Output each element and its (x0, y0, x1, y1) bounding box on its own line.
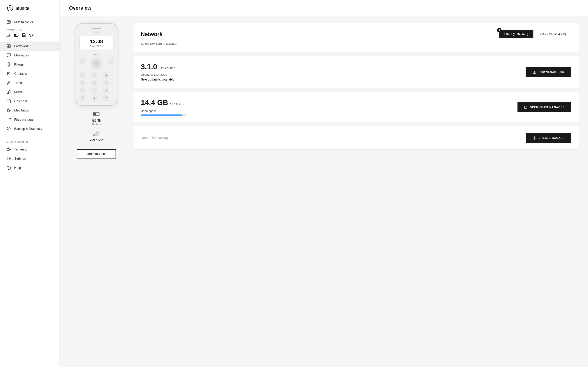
disconnect-button[interactable]: DISCONNECT (77, 149, 116, 159)
music-label: Music (14, 90, 23, 94)
signal-icon (89, 131, 104, 137)
sim-selector-wrap: i SIM 1 (12345678) SIM 2 (7001234523) (499, 30, 571, 38)
phone-nav-row (79, 58, 113, 69)
mudita-logo-icon (6, 5, 14, 12)
wifi-status-icon (29, 33, 34, 38)
svg-rect-10 (7, 36, 7, 37)
svg-rect-21 (7, 46, 9, 48)
backup-row: Create first backup CREATE BACKUP (141, 133, 571, 143)
open-files-manager-button[interactable]: OPEN FILES MANAGER (518, 102, 571, 112)
backup-label: Create first backup (141, 136, 168, 140)
phone-key-hash: # (103, 95, 109, 101)
sim2-button[interactable]: SIM 2 (7001234523) (533, 30, 571, 38)
battery-status-icon (14, 34, 19, 38)
sidebar-item-messages[interactable]: Messages (0, 51, 60, 60)
messages-icon (6, 53, 11, 58)
overview-content: 12:08 Friday, 23 Feb MENU 1 2 3 4 5 (60, 16, 588, 367)
storage-used-gb: 14.4 GB (141, 98, 168, 107)
news-icon (6, 20, 11, 24)
sidebar-divider (0, 136, 60, 136)
svg-rect-54 (96, 132, 97, 136)
os-update-available: New update is available (141, 78, 526, 81)
phone-key-star: * (79, 95, 86, 101)
sidebar-item-settings[interactable]: Settings (0, 154, 60, 163)
page-header: Overview (60, 0, 588, 16)
sidebar-item-tethering[interactable]: Tethering (0, 145, 60, 154)
phone-right-btn (108, 58, 113, 64)
download-now-button[interactable]: DOWNLOAD NOW (526, 67, 571, 77)
svg-point-18 (31, 37, 32, 37)
sim1-button[interactable]: SIM 1 (12345678) (499, 30, 533, 38)
help-label: Help (14, 166, 21, 169)
os-info: 3.1.0 OS version Updated: 1/14/2020 New … (141, 63, 526, 81)
backup-panel: Create first backup CREATE BACKUP (133, 126, 579, 150)
news-label: Mudita News (14, 20, 33, 24)
battery-percentage: 50 % (92, 119, 101, 123)
svg-rect-33 (7, 100, 10, 103)
sidebar-item-calendar[interactable]: Calendar (0, 97, 60, 106)
settings-label: Settings (14, 157, 26, 160)
signal-info: Y-Mobile (89, 131, 104, 142)
network-panel: Network i SIM 1 (12345678) SIM 2 (700123… (133, 23, 579, 52)
svg-point-25 (8, 72, 9, 74)
storage-label: Used space (141, 109, 518, 113)
svg-rect-50 (93, 113, 96, 115)
meditation-icon (6, 108, 11, 113)
network-title: Network (141, 31, 163, 37)
svg-line-27 (7, 81, 10, 84)
phone-key-0: 0 (91, 95, 98, 101)
phone-center-dpad (91, 58, 102, 69)
svg-point-48 (9, 168, 9, 169)
sidebar-item-meditation[interactable]: Meditation (0, 106, 60, 115)
create-backup-button[interactable]: CREATE BACKUP (526, 133, 571, 143)
svg-point-1 (9, 7, 11, 9)
sidebar-item-contacts[interactable]: Contacts (0, 69, 60, 78)
phone-key-1: 1 (79, 72, 86, 78)
svg-rect-53 (95, 133, 96, 136)
tethering-icon (6, 147, 11, 152)
storage-panel: 14.4 GB / 16.0 GB Used space OPEN FILES … (133, 92, 579, 122)
sidebar-item-backup-recovery[interactable]: Backup & Recovery (0, 124, 60, 133)
files-label: Files manager (14, 118, 35, 121)
sidebar-item-tools[interactable]: Tools (0, 78, 60, 87)
phone-key-4: 4 (79, 80, 86, 86)
svg-rect-17 (23, 35, 25, 36)
svg-rect-20 (9, 44, 10, 46)
os-version-label: OS version (159, 66, 175, 70)
svg-point-46 (8, 158, 9, 159)
phone-key-6: 6 (103, 80, 109, 86)
tethering-label: Tethering (14, 148, 27, 151)
storage-total-gb: / 16.0 GB (170, 102, 183, 106)
svg-rect-26 (7, 73, 8, 74)
phone-left-btn (79, 58, 85, 64)
phone-date: Friday, 23 Feb (82, 45, 111, 47)
svg-rect-11 (8, 35, 9, 37)
storage-info: 14.4 GB / 16.0 GB Used space (141, 98, 518, 116)
sidebar-item-news[interactable]: Mudita News (0, 17, 60, 27)
sidebar-item-overview[interactable]: Overview (0, 42, 60, 51)
sidebar-item-help[interactable]: Help (0, 163, 60, 172)
storage-info-row: 14.4 GB / 16.0 GB Used space OPEN FILES … (141, 98, 571, 116)
sim-selector: SIM 1 (12345678) SIM 2 (7001234523) (499, 30, 571, 38)
phone-key-8: 8 (91, 87, 98, 94)
contacts-label: Contacts (14, 72, 27, 75)
svg-rect-52 (94, 134, 95, 136)
sidebar-item-phone[interactable]: Phone (0, 60, 60, 69)
phone-mockup: 12:08 Friday, 23 Feb MENU 1 2 3 4 5 (76, 23, 117, 106)
folder-icon (524, 105, 527, 109)
app-name: mudita (16, 6, 29, 11)
sidebar-item-music[interactable]: Music (0, 87, 60, 97)
download-btn-label: DOWNLOAD NOW (539, 71, 565, 73)
create-backup-label: CREATE BACKUP (539, 136, 565, 139)
phone-keypad: 1 2 3 4 5 6 7 8 9 * 0 # (79, 72, 113, 101)
svg-line-32 (9, 90, 10, 91)
sim-status-icon (22, 33, 26, 38)
network-subtitle: Select SIM card to activate: (141, 42, 571, 45)
phone-key-3: 3 (103, 72, 109, 78)
phone-key-5: 5 (91, 80, 98, 86)
os-version-number: 3.1.0 (141, 63, 157, 71)
logo: mudita (0, 5, 60, 17)
signal-status-icon (6, 33, 10, 38)
svg-point-38 (8, 110, 9, 111)
sidebar-item-files-manager[interactable]: Files manager (0, 115, 60, 124)
